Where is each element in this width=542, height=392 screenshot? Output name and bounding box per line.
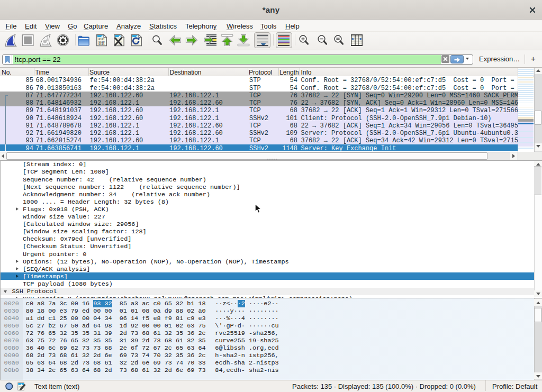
svg-text:0111: 0111 — [98, 43, 105, 45]
